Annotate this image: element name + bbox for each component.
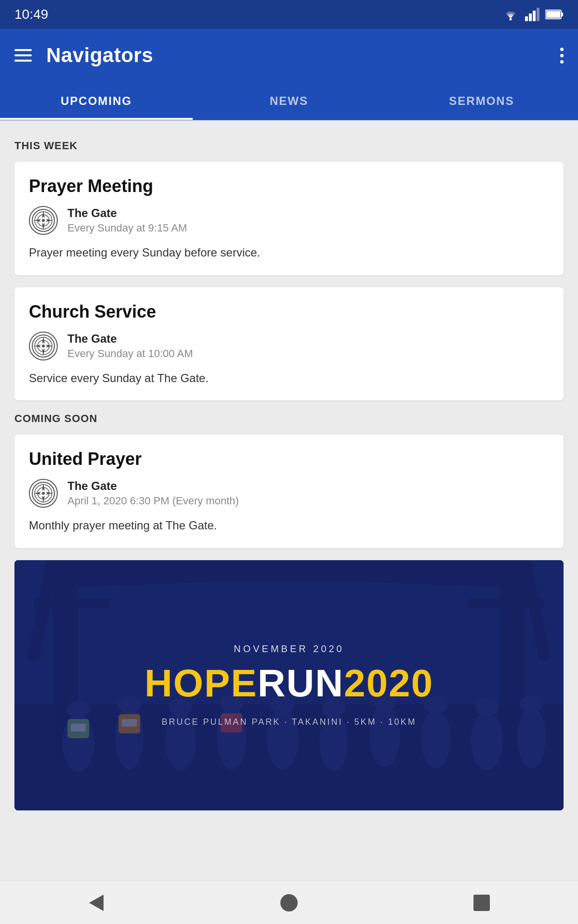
svg-rect-6 [561,13,563,16]
svg-rect-4 [537,8,539,21]
battery-icon [545,9,564,20]
event-title-united-prayer: United Prayer [29,449,549,469]
nav-bar [0,881,578,924]
coming-soon-label: COMING SOON [14,412,564,425]
event-desc-3: Monthly prayer meeting at The Gate. [29,517,549,534]
wifi-icon [502,8,519,21]
event-title-church-service: Church Service [29,302,549,322]
event-org-3: The Gate [67,479,239,493]
org-logo-2 [29,332,58,360]
tab-sermons[interactable]: SERMONS [385,82,578,120]
content-area: THIS WEEK Prayer Meeting [0,120,578,881]
app-bar: Navigators [0,29,578,82]
tab-news[interactable]: NEWS [193,82,385,120]
more-options-button[interactable] [560,48,564,64]
svg-rect-2 [529,13,532,21]
event-org-2: The Gate [67,332,193,346]
home-button[interactable] [277,891,301,915]
hope-run-banner[interactable]: NOVEMBER 2020 HOPERUN2020 BRUCE PULMAN P… [14,560,564,810]
org-logo-1 [29,206,58,235]
banner-run: RUN [258,662,344,705]
svg-point-0 [510,18,512,21]
app-title: Navigators [46,44,153,67]
back-button[interactable] [84,891,108,915]
banner-date: NOVEMBER 2020 [144,643,434,654]
recent-button[interactable] [470,891,494,915]
event-title-prayer-meeting: Prayer Meeting [29,176,549,196]
signal-icon [525,8,539,21]
svg-marker-71 [89,895,104,911]
status-icons [502,8,564,21]
event-time-3: April 1, 2020 6:30 PM (Every month) [67,495,239,507]
svg-point-72 [280,894,298,911]
svg-rect-7 [546,11,560,18]
svg-rect-1 [525,16,528,21]
svg-rect-3 [533,11,536,21]
org-logo-3 [29,479,58,508]
event-card-church-service: Church Service The Gate Every [14,287,564,401]
banner-subtitle: BRUCE PULMAN PARK · TAKANINI · 5KM · 10K… [144,717,434,727]
event-org-1: The Gate [67,206,187,220]
event-card-prayer-meeting: Prayer Meeting T [14,162,564,275]
event-time-1: Every Sunday at 9:15 AM [67,222,187,234]
menu-button[interactable] [14,49,32,62]
banner-year: 2020 [344,662,434,705]
event-desc-2: Service every Sunday at The Gate. [29,370,549,386]
event-desc-1: Prayer meeting every Sunday before servi… [29,244,549,261]
this-week-label: THIS WEEK [14,140,564,152]
banner-hope: HOPE [144,662,258,705]
status-time: 10:49 [14,7,48,22]
banner-title: HOPERUN2020 [144,664,434,703]
banner-content: NOVEMBER 2020 HOPERUN2020 BRUCE PULMAN P… [144,643,434,727]
tab-upcoming[interactable]: UPCOMING [0,82,193,120]
event-time-2: Every Sunday at 10:00 AM [67,347,193,360]
status-bar: 10:49 [0,0,578,29]
svg-rect-73 [473,895,490,911]
tab-bar: UPCOMING NEWS SERMONS [0,82,578,120]
event-card-united-prayer: United Prayer The Gate April 1 [14,435,564,548]
